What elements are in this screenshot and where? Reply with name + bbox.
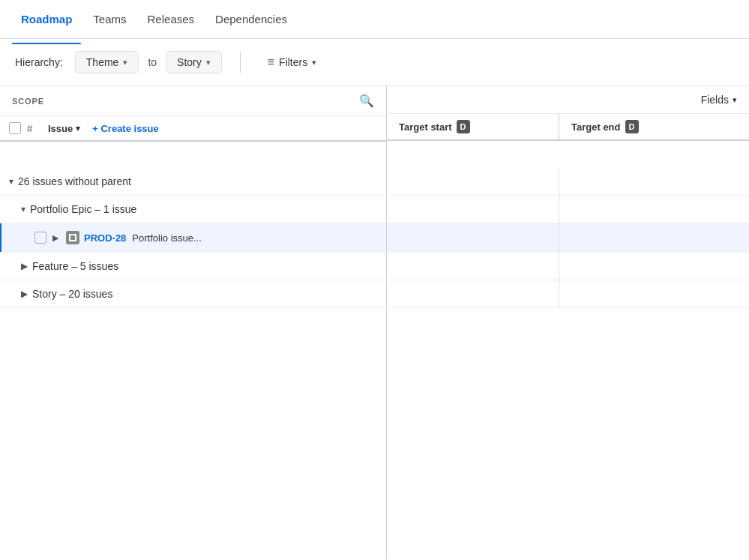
toolbar: Hierarchy: Theme ▾ to Story ▾ ≡ Filters … — [0, 39, 749, 86]
target-end-cell-feature — [559, 253, 732, 280]
row-text-without-parent: 26 issues without parent — [18, 175, 131, 187]
row-right-without-parent — [387, 168, 749, 195]
row-left-portfolio-epic: ▾ Portfolio Epic – 1 issue — [0, 196, 387, 223]
row-left-prod-28: ▶ PROD-28 Portfolio issue... — [0, 223, 387, 252]
target-start-cell-without-parent — [387, 168, 559, 195]
expand-icon-feature[interactable]: ▶ — [21, 261, 28, 271]
hierarchy-label: Hierarchy: — [15, 56, 63, 68]
filter-icon: ≡ — [268, 55, 274, 69]
issue-type-icon-prod-28 — [66, 231, 79, 244]
issue-id-prod-28: PROD-28 — [84, 232, 126, 244]
row-right-story — [387, 280, 749, 307]
nav-bar: Roadmap Teams Releases Dependencies — [0, 0, 749, 39]
nav-releases[interactable]: Releases — [139, 4, 204, 34]
row-text-portfolio-epic: Portfolio Epic – 1 issue — [30, 203, 136, 215]
tree-rows: ▾ 26 issues without parent ▾ Portfolio E… — [0, 168, 749, 308]
row-right-prod-28 — [387, 223, 749, 252]
filters-button[interactable]: ≡ Filters ▾ — [259, 51, 325, 73]
expand-icon-story[interactable]: ▶ — [21, 289, 28, 299]
story-chevron-icon: ▾ — [206, 58, 211, 67]
nav-roadmap[interactable]: Roadmap — [12, 4, 81, 34]
nav-dependencies[interactable]: Dependencies — [206, 4, 296, 34]
theme-label: Theme — [86, 56, 119, 68]
theme-dropdown[interactable]: Theme ▾ — [75, 51, 139, 73]
story-dropdown[interactable]: Story ▾ — [166, 51, 222, 73]
filters-chevron-icon: ▾ — [312, 58, 316, 67]
issue-title-prod-28: Portfolio issue... — [132, 232, 202, 244]
group-row-feature[interactable]: ▶ Feature – 5 issues — [0, 253, 749, 280]
theme-chevron-icon: ▾ — [123, 58, 127, 67]
expand-icon-without-parent[interactable]: ▾ — [9, 176, 13, 187]
rows-container: ▾ 26 issues without parent ▾ Portfolio E… — [0, 87, 749, 560]
row-text-story: Story – 20 issues — [32, 288, 112, 300]
filters-label: Filters — [279, 56, 307, 68]
row-text-feature: Feature – 5 issues — [32, 260, 118, 272]
issue-icon-inner — [69, 234, 76, 241]
target-end-cell-prod-28 — [559, 223, 732, 252]
expand-icon-portfolio-epic[interactable]: ▾ — [21, 204, 25, 214]
target-start-cell-prod-28 — [387, 223, 559, 252]
group-row-portfolio-epic[interactable]: ▾ Portfolio Epic – 1 issue — [0, 196, 749, 223]
target-start-cell-portfolio-epic — [387, 196, 559, 223]
row-right-portfolio-epic — [387, 196, 749, 223]
story-label: Story — [177, 56, 202, 68]
toolbar-divider — [240, 52, 241, 73]
target-end-cell-story — [559, 280, 732, 307]
target-end-cell-portfolio-epic — [559, 196, 732, 223]
chevron-right-icon-prod-28[interactable]: ▶ — [52, 233, 58, 243]
row-left-without-parent: ▾ 26 issues without parent — [0, 168, 387, 195]
target-start-cell-feature — [387, 253, 559, 280]
row-checkbox-prod-28[interactable] — [34, 232, 46, 244]
group-row-story[interactable]: ▶ Story – 20 issues — [0, 280, 749, 308]
row-left-story: ▶ Story – 20 issues — [0, 280, 387, 307]
group-row-without-parent[interactable]: ▾ 26 issues without parent — [0, 168, 749, 196]
to-label: to — [148, 56, 157, 68]
row-left-feature: ▶ Feature – 5 issues — [0, 253, 387, 280]
item-row-prod-28[interactable]: ▶ PROD-28 Portfolio issue... — [0, 223, 749, 253]
target-end-cell-without-parent — [559, 168, 732, 195]
row-right-feature — [387, 253, 749, 280]
target-start-cell-story — [387, 280, 559, 307]
nav-teams[interactable]: Teams — [84, 4, 135, 34]
